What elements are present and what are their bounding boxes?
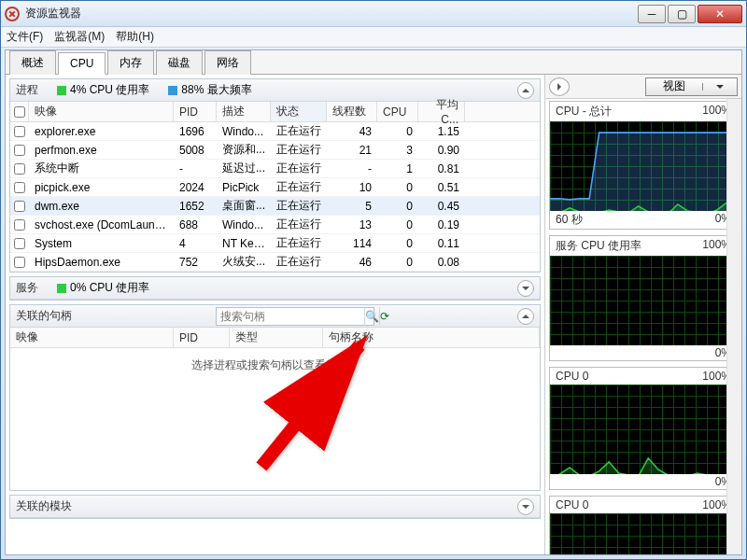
process-row[interactable]: dwm.exe1652桌面窗...正在运行500.45 xyxy=(10,197,540,216)
hcol-pid[interactable]: PID xyxy=(174,328,230,347)
expand-services-icon[interactable] xyxy=(517,280,534,297)
cell-threads: 5 xyxy=(327,200,377,213)
cell-image: 系统中断 xyxy=(29,161,174,176)
cell-threads: 10 xyxy=(327,181,377,194)
tab-network[interactable]: 网络 xyxy=(204,50,251,75)
cell-cpu: 0 xyxy=(377,200,418,213)
processes-title: 进程 xyxy=(16,82,38,98)
cell-pid: 4 xyxy=(174,237,217,250)
cell-image: picpick.exe xyxy=(29,181,174,194)
cell-avg: 0.45 xyxy=(418,200,465,213)
graph-title: CPU 0 xyxy=(556,370,588,383)
cell-avg: 0.08 xyxy=(418,256,465,269)
cpu-usage-stat: 4% CPU 使用率 xyxy=(57,82,149,98)
processes-header[interactable]: 进程 4% CPU 使用率 88% 最大频率 xyxy=(10,79,540,102)
cell-avg: 0.90 xyxy=(418,144,465,157)
search-icon[interactable]: 🔍 xyxy=(364,307,379,326)
processes-columns: 映像 PID 描述 状态 线程数 CPU 平均 C... xyxy=(10,102,540,122)
row-checkbox[interactable] xyxy=(10,126,29,137)
cell-cpu: 0 xyxy=(377,237,418,250)
cell-cpu: 0 xyxy=(377,256,418,269)
cell-threads: 43 xyxy=(327,125,377,138)
search-input[interactable] xyxy=(217,310,364,323)
menu-help[interactable]: 帮助(H) xyxy=(116,29,154,45)
process-row[interactable]: HipsDaemon.exe752火绒安...正在运行4600.08 xyxy=(10,253,540,272)
refresh-icon[interactable]: ⟳ xyxy=(379,307,389,326)
process-row[interactable]: svchost.exe (DcomLaunch)688Windo...正在运行1… xyxy=(10,216,540,234)
cell-desc: 桌面窗... xyxy=(217,198,271,214)
row-checkbox[interactable] xyxy=(10,238,29,249)
services-header[interactable]: 服务 0% CPU 使用率 xyxy=(10,277,540,300)
titlebar[interactable]: 资源监视器 ─ ▢ ✕ xyxy=(1,1,746,27)
minimize-button[interactable]: ─ xyxy=(638,5,666,23)
process-row[interactable]: 系统中断-延迟过...正在运行-10.81 xyxy=(10,160,540,178)
col-cpu[interactable]: CPU xyxy=(377,102,418,121)
cell-image: explorer.exe xyxy=(29,125,174,138)
cell-status: 正在运行 xyxy=(271,179,327,195)
process-row[interactable]: explorer.exe1696Windo...正在运行4301.15 xyxy=(10,122,540,141)
graph-service: 服务 CPU 使用率100%0% xyxy=(549,235,738,361)
menubar: 文件(F) 监视器(M) 帮助(H) xyxy=(1,27,746,48)
menu-file[interactable]: 文件(F) xyxy=(7,29,43,45)
hcol-image[interactable]: 映像 xyxy=(10,328,174,347)
cell-avg: 0.11 xyxy=(418,237,465,250)
cell-threads: 21 xyxy=(327,144,377,157)
cell-desc: Windo... xyxy=(217,125,271,138)
tab-disk[interactable]: 磁盘 xyxy=(156,50,203,75)
process-row[interactable]: System4NT Ker...正在运行11400.11 xyxy=(10,234,540,253)
col-status[interactable]: 状态 xyxy=(271,102,327,121)
maximize-button[interactable]: ▢ xyxy=(668,5,696,23)
cell-threads: 46 xyxy=(327,256,377,269)
graphs-container: CPU - 总计100%60 秒0%服务 CPU 使用率100%0%CPU 01… xyxy=(545,99,741,554)
cell-status: 正在运行 xyxy=(271,198,327,214)
cell-threads: - xyxy=(327,162,377,175)
cell-pid: 688 xyxy=(174,218,217,231)
tab-overview[interactable]: 概述 xyxy=(9,50,56,75)
services-panel: 服务 0% CPU 使用率 xyxy=(9,276,541,301)
collapse-handles-icon[interactable] xyxy=(517,308,534,325)
graph-cpu0: CPU 0100%0% xyxy=(549,367,738,490)
col-desc[interactable]: 描述 xyxy=(217,102,271,121)
modules-panel: 关联的模块 xyxy=(9,495,541,519)
cell-image: svchost.exe (DcomLaunch) xyxy=(29,218,174,231)
cell-image: dwm.exe xyxy=(29,200,174,213)
col-threads[interactable]: 线程数 xyxy=(327,102,377,121)
cell-pid: 2024 xyxy=(174,181,217,194)
expand-modules-icon[interactable] xyxy=(517,498,534,515)
modules-header[interactable]: 关联的模块 xyxy=(10,496,540,518)
graph-title: 服务 CPU 使用率 xyxy=(556,238,641,254)
cell-cpu: 1 xyxy=(377,162,418,175)
row-checkbox[interactable] xyxy=(10,219,29,231)
services-cpu-stat: 0% CPU 使用率 xyxy=(57,280,149,296)
nav-forward-icon[interactable] xyxy=(549,77,570,96)
right-scrollbar[interactable] xyxy=(726,99,741,554)
close-button[interactable]: ✕ xyxy=(698,5,742,23)
cell-cpu: 3 xyxy=(377,144,418,157)
cell-image: System xyxy=(29,237,174,250)
chevron-down-icon xyxy=(702,83,737,91)
cell-cpu: 0 xyxy=(377,218,418,231)
row-checkbox[interactable] xyxy=(10,257,29,268)
col-image[interactable]: 映像 xyxy=(29,102,174,121)
menu-monitor[interactable]: 监视器(M) xyxy=(54,29,105,45)
tab-cpu[interactable]: CPU xyxy=(58,52,106,75)
cell-desc: 火绒安... xyxy=(217,254,271,270)
handles-header[interactable]: 关联的句柄 🔍 ⟳ xyxy=(10,305,540,328)
process-row[interactable]: perfmon.exe5008资源和...正在运行2130.90 xyxy=(10,141,540,160)
cell-desc: NT Ker... xyxy=(217,237,271,250)
collapse-processes-icon[interactable] xyxy=(517,82,534,99)
row-checkbox[interactable] xyxy=(10,163,29,175)
tab-strip: 概述 CPU 内存 磁盘 网络 xyxy=(6,50,741,75)
row-checkbox[interactable] xyxy=(10,145,29,156)
row-checkbox[interactable] xyxy=(10,182,29,193)
cell-image: perfmon.exe xyxy=(29,144,174,157)
graph-title: CPU 0 xyxy=(556,498,588,511)
view-dropdown[interactable]: 视图 xyxy=(645,77,738,96)
app-icon xyxy=(5,7,20,21)
tab-memory[interactable]: 内存 xyxy=(107,50,154,75)
process-row[interactable]: picpick.exe2024PicPick正在运行1000.51 xyxy=(10,178,540,197)
row-checkbox[interactable] xyxy=(10,201,29,212)
col-checkbox[interactable] xyxy=(10,102,29,121)
col-avg[interactable]: 平均 C... xyxy=(418,102,465,121)
col-pid[interactable]: PID xyxy=(174,102,217,121)
